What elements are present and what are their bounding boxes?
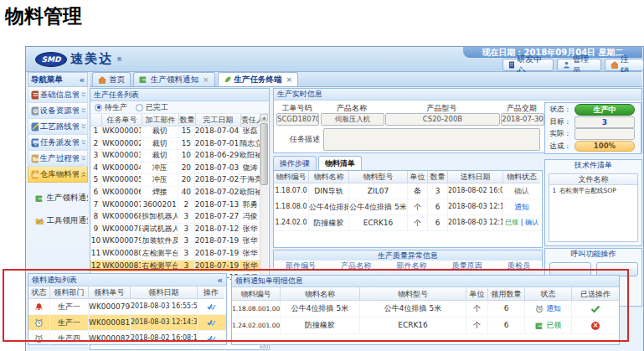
col-header: 领用数量 [488,287,525,301]
tab-picking-notice[interactable]: 生产领料通知 × [133,72,215,86]
sidebar-item-warehouse-material[interactable]: 仓库物料管理 [28,167,88,183]
col-header: 物料型号 [349,171,408,183]
table-row[interactable]: 3WK000003裁切102018-06-29欧阳袖珍 [90,150,260,163]
tab-label: 首页 [109,75,125,85]
picking-notice-detail-panel: 领料通知单明细信息 物料编号 物料名称 物料型号 单位 领用数量 状态 已送操作… [231,275,620,345]
table-row[interactable]: 1.18.08.0 公牛4位排插 5米 公牛4位排插 5米 个 6 2018-0… [274,199,542,215]
tab-task-terminal[interactable]: 生产任务终端 × [218,72,299,86]
quality-columns: 部件编号 产品名称 部件名称 质量原因 质检员 [274,261,542,271]
alarm-bell-red-icon [34,302,44,312]
action-cell[interactable] [198,331,224,346]
route-pencil-icon [31,122,39,132]
action-cell[interactable] [198,315,224,330]
sidebar-item-label: 生产过程管理 [40,153,79,164]
sidebar-item-production-process[interactable]: 生产过程管理 [28,151,88,167]
registered-mark: ® [116,56,122,63]
material-status-confirm-link[interactable]: 确认 [525,219,538,226]
task-panel-header: 生产任务列表 [90,89,269,101]
table-row-selected[interactable]: 生产一 WK000081 2018-08-03 12:14:32 [28,315,226,331]
table-row[interactable]: 8WK000068拆卸机器人32018-07-27冯俊 [90,211,260,224]
status-link[interactable]: 已领 [547,317,562,333]
tab-material-list[interactable]: 物料清单 [318,156,362,170]
sidebar-item-tool-requisition-notice[interactable]: 工具领用通知 [28,214,88,228]
current-date-banner: 现在日期：2018年09月04日 星期二 [463,47,642,58]
actual-row: 实际： [548,129,638,140]
notice-list-table-header: 状态 领料部门 领料单号 领料日期 操作 [28,286,226,299]
product-name-value: 伺服压入机 [321,113,384,126]
table-row[interactable]: 7WK000007360020122018-07-13郭勇 [90,199,260,212]
notice-list-body: 生产一 WK000079 2018-08-03 16:55:50 生产一 WK0… [28,299,226,347]
table-row[interactable]: 1.18.08.001.0013 公牛4位排插 5米 公牛4位排插 5米 个 6… [232,301,619,317]
table-row[interactable]: 生产一 WK000079 2018-08-03 16:55:50 [28,299,226,315]
tab-operation-steps[interactable]: 操作步骤 [273,156,317,170]
table-row[interactable]: 5WK000005冲压202018-07-02于海亮 [90,174,260,187]
table-row[interactable]: 1WK000001裁切152018-07-04张磊 [90,126,260,138]
col-header: 数量 [428,171,448,183]
table-row[interactable]: 4WK000004冲压202018-07-03饶涛 [90,163,260,175]
sidebar-item-basic-info[interactable]: 基础信息管理 [28,87,88,103]
status-cell[interactable]: 已领 [525,317,572,333]
material-status[interactable]: 确认 [503,183,540,199]
table-row[interactable]: 6WK000006焊接402018-07-02欧阳袖珍 [90,187,260,199]
folder-pencil-icon [35,217,44,225]
table-row[interactable]: 9WK000078调试机器人主32018-07-12张华 [90,224,260,236]
logo-text: 速美达 [70,51,113,67]
rowno-header [90,114,102,126]
sidebar-item-production-picking-notice[interactable]: 生产领料通知 [28,191,88,205]
material-status-received-link[interactable]: 已领 [505,219,518,226]
notice-list-header: 领料通知列表 « [28,274,226,286]
table-row[interactable]: 生产四 WK000082 2018-08-02 16:08:17 [28,331,226,347]
table-row[interactable]: 1.24.02.0 防撞橡胶 ECRK16 个 6 2018-08-03 12:… [274,215,542,231]
rnd-center-button[interactable]: 研发中心 [502,59,554,71]
leaf-icon [224,75,232,84]
close-icon[interactable]: × [203,75,209,84]
collapse-icon[interactable]: « [218,276,223,285]
action-cell[interactable] [198,299,224,314]
material-table-body: 1.18.07.0 DIN导轨 ZIL07 条 3 2018-08-02 16:… [274,183,542,231]
col-header: 物料名称 [309,171,349,183]
filter-pending-radio[interactable]: 待生产 [95,102,127,113]
send-check-icon [207,319,216,327]
table-row[interactable]: 2WK000002裁切152018-07-01隋志立 [90,138,260,151]
table-row[interactable]: 1 右检测平台配线SOP [549,185,637,196]
scroll-thumb[interactable] [260,123,268,185]
table-row[interactable]: 1.24.02.001.0004 防撞橡胶 ECRK16 个 6 已领 × [232,317,619,334]
table-row[interactable]: 11WK000080左检测平台配32018-07-19张华 [90,248,260,261]
status-box: 状态： 生产中 目标： 3 实际： 达成： 100% [544,102,641,154]
table-row[interactable]: 10WK000079加装软件及设32018-07-19张华 [90,235,260,248]
filter-done-radio[interactable]: 已完工 [136,102,168,113]
material-table-panel: 物料编号 物料名称 物料型号 单位 数量 送料日期 物料状态 1.18.07.0… [273,170,543,248]
building-icon [508,61,514,69]
status-link[interactable]: 通知 [546,301,561,317]
scroll-up-arrow[interactable]: ▲ [260,114,268,121]
sent-cell[interactable]: × [572,317,619,333]
main-tabbar: 首页 生产领料通知 × 生产任务终端 × [90,72,642,87]
table-row[interactable]: 1.18.07.0 DIN导轨 ZIL07 条 3 2018-08-02 16:… [274,183,542,199]
sidebar-collapse-icon[interactable]: « [80,75,85,85]
logout-button[interactable]: 注 销 [605,59,644,71]
col-header: 单位 [408,171,428,183]
admin-button[interactable]: 管理员 [557,59,601,71]
tab-home[interactable]: 首页 [92,72,131,86]
order-no-value: SCGD1807060 [276,113,319,126]
separator: | [521,219,523,226]
table-row-selected[interactable]: 12WK000081右检测平台配32018-07-19张华 [90,261,260,273]
sidebar-item-process-route[interactable]: 工艺路线管理 [28,119,88,135]
col-header: 部件编号 [286,261,316,271]
sidebar-item-label: 仓库物料管理 [40,169,79,180]
col-header: 物料编号 [232,287,281,301]
close-icon[interactable]: × [286,75,293,84]
notice-detail-header: 领料通知单明细信息 [232,276,619,287]
material-status-notify-link[interactable]: 通知 [503,199,540,214]
tab-label: 生产领料通知 [151,75,198,85]
sent-cell[interactable] [572,301,619,317]
home-icon [611,61,618,69]
col-header: 状态 [525,287,572,301]
sidebar-item-task-dispatch[interactable]: 任务派发管理 [28,135,88,151]
clock-icon [34,318,44,328]
sidebar-item-equipment[interactable]: 设备资源管理 [28,103,88,119]
notice-detail-table-header: 物料编号 物料名称 物料型号 单位 领用数量 状态 已送操作 [232,287,619,301]
status-cell[interactable]: 通知 [525,301,572,317]
home-icon [98,76,106,84]
header-buttons: 研发中心 管理员 注 销 [502,59,644,71]
